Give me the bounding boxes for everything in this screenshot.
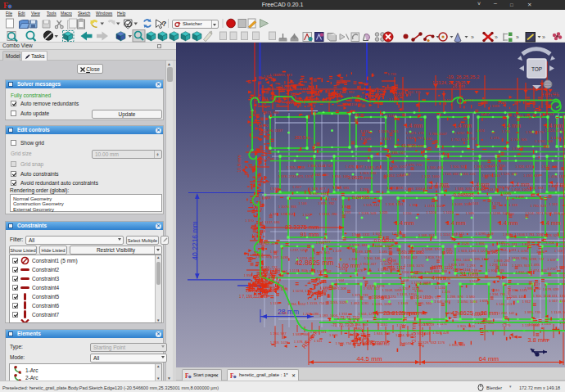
svg-text:?: ?	[162, 19, 167, 28]
svg-text:1 131: 1 131	[423, 137, 432, 141]
svg-text:1 1095: 1 1095	[501, 191, 512, 196]
svg-text:1 1196: 1 1196	[518, 249, 529, 253]
svg-text:1 275, 121: 1 275, 121	[501, 242, 518, 246]
svg-text:0.05 mm: 0.05 mm	[411, 322, 417, 342]
svg-text:1.4 mm: 1.4 mm	[545, 123, 563, 128]
svg-text:1 1047: 1 1047	[400, 341, 411, 345]
svg-text:1 733: 1 733	[387, 72, 396, 76]
svg-text:1 415, 1115: 1 415, 1115	[549, 174, 565, 178]
svg-text:1 786, 653: 1 786, 653	[386, 186, 403, 190]
svg-text:1 718: 1 718	[323, 164, 332, 168]
svg-text:1 583, 454: 1 583, 454	[365, 165, 382, 169]
svg-text:1 765, 1028: 1 765, 1028	[287, 165, 305, 169]
svg-text:1 578, 877: 1 578, 877	[310, 187, 326, 191]
svg-text:42.8625 mm: 42.8625 mm	[295, 259, 333, 267]
svg-text:91 mm: 91 mm	[301, 231, 319, 238]
svg-text:1 206: 1 206	[546, 241, 555, 245]
svg-text:83.3375 mm: 83.3375 mm	[285, 223, 319, 231]
svg-text:1 110: 1 110	[491, 288, 500, 292]
svg-text:1 324, 677: 1 324, 677	[515, 164, 531, 169]
svg-text:1 940, 754: 1 940, 754	[336, 341, 352, 345]
svg-text:1 954, 467: 1 954, 467	[360, 262, 377, 266]
svg-text:1 790, 923: 1 790, 923	[531, 204, 547, 208]
svg-text:1 378, 273: 1 378, 273	[278, 174, 295, 178]
svg-text:1 531: 1 531	[270, 187, 279, 191]
svg-text:1 749: 1 749	[554, 249, 563, 253]
svg-text:1 958: 1 958	[244, 273, 253, 277]
svg-text:▩ 1314, 1229: ▩ 1314, 1229	[430, 266, 454, 270]
svg-text:1 114: 1 114	[286, 212, 295, 216]
svg-text:1 936: 1 936	[476, 241, 485, 246]
svg-text:1 611: 1 611	[314, 339, 323, 343]
svg-text:1 359: 1 359	[262, 196, 271, 200]
svg-text:1 585: 1 585	[466, 211, 475, 215]
svg-text:1 912: 1 912	[522, 300, 531, 304]
svg-text:»: »	[542, 34, 545, 40]
svg-text:1 227, 856: 1 227, 856	[489, 164, 505, 168]
svg-text:1 1208, 370: 1 1208, 370	[423, 247, 441, 251]
svg-text:»: »	[471, 34, 474, 40]
svg-text:1 564: 1 564	[336, 278, 345, 282]
svg-text:1 459, 635: 1 459, 635	[523, 173, 540, 178]
svg-text:1 318, 1391: 1 318, 1391	[386, 202, 405, 206]
svg-text:1 1274: 1 1274	[392, 232, 403, 236]
svg-text:1.4 mm: 1.4 mm	[395, 220, 414, 226]
svg-text:1 676: 1 676	[360, 129, 369, 133]
svg-text:1 1328: 1 1328	[459, 241, 469, 246]
svg-text:1 529, 561: 1 529, 561	[314, 250, 330, 255]
svg-text:1 985, 735: 1 985, 735	[525, 310, 541, 314]
svg-text:1 208: 1 208	[338, 286, 347, 291]
svg-text:1 7, 196,222, 233: 1 7, 196,222, 233	[239, 295, 269, 299]
svg-text:1 1353, 280: 1 1353, 280	[319, 212, 338, 216]
svg-text:1 430: 1 430	[536, 250, 545, 254]
svg-text:1 604: 1 604	[278, 269, 287, 273]
svg-text:1 876, 770: 1 876, 770	[406, 163, 423, 167]
svg-text:1 1249: 1 1249	[385, 114, 396, 118]
svg-text:5 mm: 5 mm	[506, 286, 512, 300]
svg-text:23.8125 mm: 23.8125 mm	[383, 309, 418, 317]
svg-text:1 284, 587: 1 284, 587	[270, 331, 287, 336]
svg-text:1 1114: 1 1114	[396, 323, 407, 327]
svg-text:3.0625 mm: 3.0625 mm	[348, 175, 373, 180]
svg-text:1 457: 1 457	[481, 112, 490, 116]
svg-text:10.9 mm: 10.9 mm	[237, 155, 242, 173]
svg-text:»: »	[516, 34, 519, 40]
svg-text:1 1298, 722: 1 1298, 722	[527, 257, 545, 261]
svg-text:4 mm: 4 mm	[432, 275, 446, 281]
svg-text:1 1079, 993: 1 1079, 993	[278, 205, 297, 209]
svg-text:1 515: 1 515	[469, 279, 478, 283]
svg-text:1 1378, 155: 1 1378, 155	[482, 173, 501, 178]
svg-text:283.5 m...: 283.5 m...	[295, 135, 313, 140]
svg-text:1 731: 1 731	[502, 129, 511, 133]
svg-text:1 386: 1 386	[409, 203, 418, 207]
svg-text:1 858: 1 858	[503, 232, 512, 237]
svg-text:1 500, 146: 1 500, 146	[364, 256, 381, 260]
svg-text:1 1050, 1094: 1 1050, 1094	[458, 300, 478, 304]
svg-text:1 100, 400: 1 100, 400	[427, 165, 443, 169]
svg-text:1 129, 328: 1 129, 328	[501, 172, 518, 176]
svg-text:1 322, 394: 1 322, 394	[527, 186, 544, 190]
svg-text:1163, 122, 1882: 1163, 122, 1882	[398, 250, 425, 255]
svg-text:1 181: 1 181	[420, 282, 429, 286]
svg-text:1.4 mm: 1.4 mm	[503, 123, 521, 128]
svg-text:1 193: 1 193	[549, 202, 558, 206]
svg-text:1 646, 687: 1 646, 687	[434, 300, 450, 304]
svg-text:1 334, 791: 1 334, 791	[490, 292, 506, 296]
svg-text:1 843: 1 843	[329, 333, 338, 337]
svg-text:1 674: 1 674	[476, 128, 485, 133]
svg-text:1 207: 1 207	[292, 185, 301, 189]
svg-text:1.4 mm: 1.4 mm	[472, 182, 490, 187]
svg-text:1 349, 345: 1 349, 345	[455, 187, 472, 191]
svg-text:1 282, 142: 1 282, 142	[499, 311, 515, 315]
svg-text:1 299: 1 299	[360, 187, 369, 191]
svg-text:1 1200: 1 1200	[426, 210, 436, 214]
svg-text:1 835, 782: 1 835, 782	[319, 201, 335, 205]
svg-text:-1.05 mm: -1.05 mm	[336, 263, 360, 268]
svg-text:1 1295, 149: 1 1295, 149	[476, 232, 495, 236]
svg-text:1 1257, 746: 1 1257, 746	[454, 131, 472, 135]
svg-text:1 914, 402: 1 914, 402	[401, 255, 418, 259]
svg-text:1 564, 1091: 1 564, 1091	[499, 248, 518, 252]
svg-text:1 499, 1164: 1 499, 1164	[405, 187, 423, 191]
svg-text:1 522: 1 522	[303, 213, 312, 217]
svg-text:1 951, 1006: 1 951, 1006	[453, 258, 472, 262]
